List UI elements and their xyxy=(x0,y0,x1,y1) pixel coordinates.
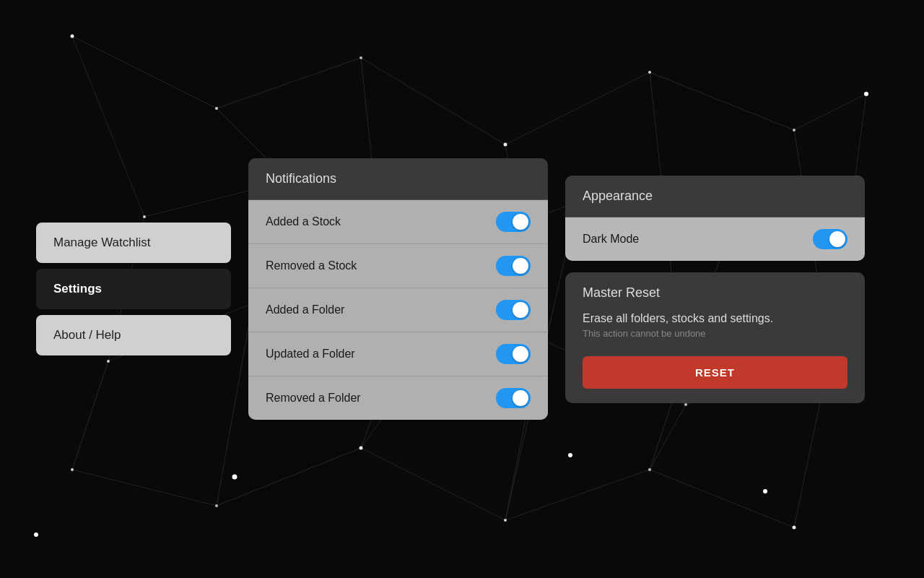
toggle-label-updated-folder: Updated a Folder xyxy=(266,348,355,361)
toggle-row-updated-folder: Updated a Folder xyxy=(248,332,548,376)
toggle-row-added-stock: Added a Stock xyxy=(248,200,548,244)
sidebar-item-label: About / Help xyxy=(53,328,121,342)
sidebar-item-manage-watchlist[interactable]: Manage Watchlist xyxy=(36,223,231,263)
sidebar-item-about-help[interactable]: About / Help xyxy=(36,315,231,355)
toggle-removed-folder[interactable] xyxy=(496,388,531,408)
toggle-label-removed-folder: Removed a Folder xyxy=(266,392,361,405)
sidebar-item-settings[interactable]: Settings xyxy=(36,269,231,309)
appearance-panel: Appearance Dark Mode xyxy=(565,176,865,261)
toggle-added-stock[interactable] xyxy=(496,212,531,232)
reset-subtext: This action cannot be undone xyxy=(565,328,865,350)
toggle-row-removed-folder: Removed a Folder xyxy=(248,376,548,420)
sidebar-item-label: Manage Watchlist xyxy=(53,236,150,249)
reset-panel-header: Master Reset xyxy=(565,272,865,306)
toggle-dark-mode[interactable] xyxy=(813,229,847,249)
master-reset-panel: Master Reset Erase all folders, stocks a… xyxy=(565,272,865,403)
toggle-label-added-folder: Added a Folder xyxy=(266,303,344,316)
toggle-label-added-stock: Added a Stock xyxy=(266,215,341,228)
toggle-updated-folder[interactable] xyxy=(496,344,531,364)
right-panels: Appearance Dark Mode Master Reset Erase … xyxy=(565,176,865,403)
appearance-header: Appearance xyxy=(565,176,865,217)
reset-button[interactable]: RESET xyxy=(583,356,847,389)
toggle-row-removed-stock: Removed a Stock xyxy=(248,244,548,288)
sidebar: Manage Watchlist Settings About / Help xyxy=(36,223,231,355)
notifications-panel: Notifications Added a Stock Removed a St… xyxy=(248,158,548,420)
toggle-removed-stock[interactable] xyxy=(496,256,531,276)
toggle-label-removed-stock: Removed a Stock xyxy=(266,259,357,272)
notifications-header: Notifications xyxy=(248,158,548,200)
dark-mode-label: Dark Mode xyxy=(583,233,639,246)
toggle-added-folder[interactable] xyxy=(496,300,531,320)
reset-description: Erase all folders, stocks and settings. xyxy=(565,306,865,328)
toggle-row-added-folder: Added a Folder xyxy=(248,288,548,332)
dark-mode-row: Dark Mode xyxy=(565,217,865,261)
sidebar-item-label: Settings xyxy=(53,282,102,296)
